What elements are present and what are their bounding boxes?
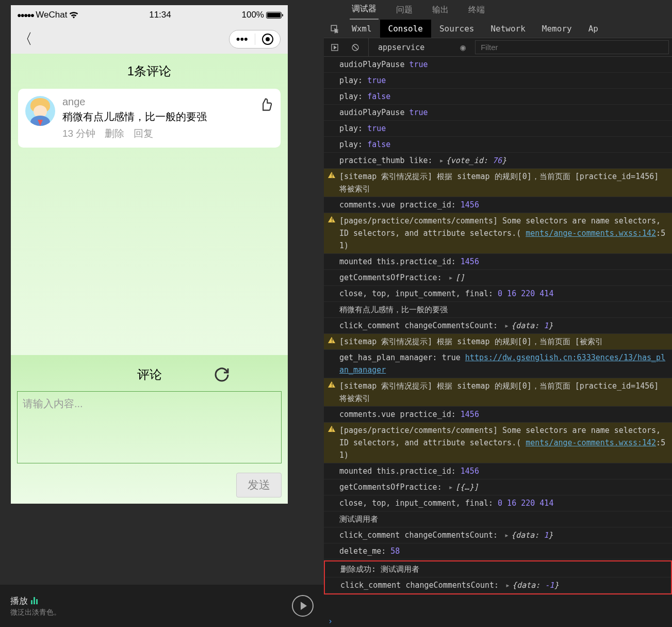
filter-input[interactable] (475, 40, 669, 54)
devtools-panel-tabs: WxmlConsoleSourcesNetworkMemoryAp (324, 20, 672, 38)
console-log-row: play: false (324, 137, 672, 153)
panel-tab-wxml[interactable]: Wxml (343, 20, 380, 38)
console-log-row: [sitemap 索引情况提示] 根据 sitemap 的规则[0]，当前页面 … (324, 334, 672, 350)
play-button[interactable] (292, 595, 314, 617)
reply-button[interactable]: 回复 (134, 127, 153, 140)
console-log-row: 删除成功: 测试调用者 (325, 561, 671, 577)
console-log-row: play: false (324, 89, 672, 105)
audio-player: 播放 微泛出淡青色。 (0, 585, 324, 627)
panel-tab-sources[interactable]: Sources (431, 20, 482, 38)
context-select[interactable]: appservice (374, 41, 455, 54)
console-log-row: mounted this.practice_id: 1456 (324, 463, 672, 479)
page-title: 1条评论 (11, 54, 288, 89)
comment-time: 13 分钟 (62, 127, 95, 140)
page-body: 1条评论 ange 稍微有点儿感情，比一般的要强 13 分钟 删除 回复 (11, 54, 288, 504)
carrier-label: WeChat (36, 10, 67, 20)
console-log-row: comments.vue practice_id: 1456 (324, 407, 672, 423)
console-log-row: close, top, input_comment, final: 0 16 2… (324, 495, 672, 511)
console-log-row: getCommentsOfPractice: ▸[{…}] (324, 479, 672, 495)
close-miniapp-button[interactable] (255, 34, 281, 45)
battery-pct: 100% (242, 10, 264, 20)
warning-icon (328, 172, 335, 178)
console-log-row: [pages/practice/comments/comments] Some … (324, 423, 672, 463)
console-log-row: practice_thumb like: ▸{vote_id: 76} (324, 153, 672, 169)
console-log-row: 测试调用者 (324, 511, 672, 527)
capsule-menu: ••• (229, 30, 281, 49)
console-log-row: get_has_plan_manager: true https://dw.gs… (324, 350, 672, 378)
footer-title: 评论 (137, 366, 162, 383)
run-icon[interactable] (327, 40, 342, 55)
avatar[interactable] (25, 96, 55, 126)
console-log-row: [sitemap 索引情况提示] 根据 sitemap 的规则[0]，当前页面 … (324, 378, 672, 407)
console-log-row: audioPlayPause true (324, 105, 672, 121)
delete-button[interactable]: 删除 (105, 127, 124, 140)
panel-tab-network[interactable]: Network (482, 20, 533, 38)
console-log-row: play: true (324, 73, 672, 89)
console-log-row: [sitemap 索引情况提示] 根据 sitemap 的规则[0]，当前页面 … (324, 169, 672, 197)
send-button[interactable]: 发送 (236, 473, 282, 497)
devtools-tab-问题[interactable]: 问题 (394, 1, 415, 20)
warning-icon (328, 426, 335, 432)
panel-tab-memory[interactable]: Memory (534, 20, 580, 38)
eye-icon[interactable]: ◉ (460, 42, 466, 53)
wifi-icon (69, 11, 78, 19)
console-prompt[interactable]: › (324, 616, 672, 627)
warning-icon (328, 216, 335, 222)
comment-footer: 评论 发送 (11, 355, 288, 504)
console-log-row: [pages/practice/comments/comments] Some … (324, 213, 672, 254)
console-log-row: play: true (324, 121, 672, 137)
panel-tab-console[interactable]: Console (380, 20, 431, 38)
play-icon (301, 602, 307, 610)
console-log-row: mounted this.practice_id: 1456 (324, 254, 672, 270)
back-button[interactable]: 〈 (18, 29, 32, 49)
devtools-tab-终端[interactable]: 终端 (466, 1, 487, 20)
equalizer-icon (31, 597, 38, 604)
console-log-row: close, top, input_comment, final: 0 16 2… (324, 286, 672, 302)
console-log-row: getCommentsOfPractice: ▸[] (324, 270, 672, 286)
console-log-row: delete_me: 58 (324, 543, 672, 559)
warning-icon (328, 381, 335, 388)
phone-simulator: ●●●●● WeChat 11:34 100% 〈 ••• 1条评论 ange (11, 5, 288, 504)
console-log-row: click_comment changeCommentsCount: ▸{dat… (324, 527, 672, 543)
console-toolbar: appservice▼ ◉ (324, 38, 672, 57)
console-log-row: click_comment changeCommentsCount: ▸{dat… (325, 577, 671, 593)
highlighted-logs: 删除成功: 测试调用者click_comment changeCommentsC… (324, 560, 672, 594)
devtools-panel: 调试器问题输出终端 WxmlConsoleSourcesNetworkMemor… (324, 0, 672, 627)
console-log-row: comments.vue practice_id: 1456 (324, 197, 672, 213)
devtools-tab-输出[interactable]: 输出 (430, 1, 451, 20)
battery-icon (266, 12, 282, 19)
console-log-row: click_comment changeCommentsCount: ▸{dat… (324, 318, 672, 334)
player-title: 播放 (10, 595, 28, 607)
clock: 11:34 (149, 10, 171, 20)
player-subtitle: 微泛出淡青色。 (10, 608, 61, 617)
target-icon (262, 34, 273, 45)
comment-input[interactable] (17, 391, 282, 463)
console-output[interactable]: audioPlayPause trueplay: trueplay: false… (324, 57, 672, 616)
reload-icon[interactable] (214, 366, 230, 383)
inspect-icon[interactable] (327, 21, 342, 37)
console-log-row: 稍微有点儿感情，比一般的要强 (324, 302, 672, 318)
warning-icon (328, 337, 335, 343)
more-button[interactable]: ••• (230, 33, 255, 46)
console-log-row: audioPlayPause true (324, 57, 672, 73)
comment-username: ange (62, 96, 252, 108)
comment-card: ange 稍微有点儿感情，比一般的要强 13 分钟 删除 回复 (18, 89, 281, 148)
status-bar: ●●●●● WeChat 11:34 100% (11, 5, 288, 25)
clear-icon[interactable] (348, 40, 363, 55)
panel-tab-ap[interactable]: Ap (580, 20, 607, 38)
thumbs-up-icon[interactable] (259, 97, 273, 111)
nav-bar: 〈 ••• (11, 25, 288, 54)
devtools-top-tabs: 调试器问题输出终端 (324, 0, 672, 20)
comment-text: 稍微有点儿感情，比一般的要强 (62, 110, 252, 124)
devtools-tab-调试器[interactable]: 调试器 (350, 0, 379, 20)
signal-icon: ●●●●● (17, 11, 34, 19)
